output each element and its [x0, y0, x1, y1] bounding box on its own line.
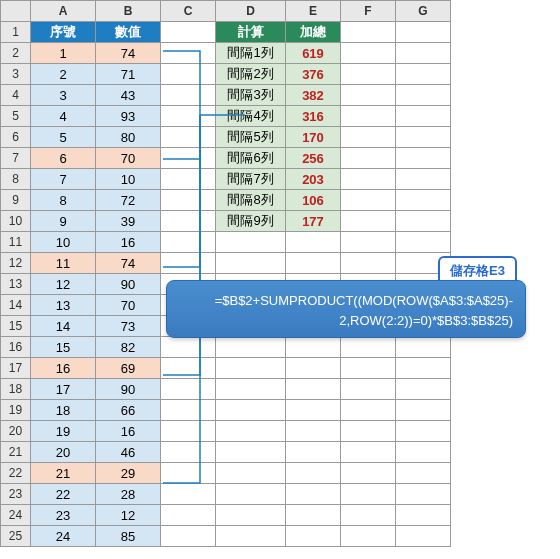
row-header[interactable]: 7 — [1, 148, 31, 169]
cell[interactable]: 12 — [31, 274, 96, 295]
cell[interactable] — [396, 400, 451, 421]
cell[interactable]: 計算 — [216, 22, 286, 43]
cell[interactable]: 70 — [96, 148, 161, 169]
cell[interactable]: 22 — [31, 484, 96, 505]
cell[interactable] — [286, 442, 341, 463]
cell[interactable] — [396, 22, 451, 43]
cell[interactable]: 13 — [31, 295, 96, 316]
cell[interactable] — [341, 106, 396, 127]
cell[interactable] — [161, 358, 216, 379]
cell[interactable] — [161, 379, 216, 400]
cell[interactable] — [216, 337, 286, 358]
col-header-E[interactable]: E — [286, 1, 341, 22]
cell[interactable] — [396, 442, 451, 463]
cell[interactable] — [216, 379, 286, 400]
row-header[interactable]: 17 — [1, 358, 31, 379]
cell[interactable] — [396, 463, 451, 484]
cell[interactable]: 加總 — [286, 22, 341, 43]
cell[interactable] — [396, 232, 451, 253]
cell[interactable]: 71 — [96, 64, 161, 85]
cell[interactable]: 10 — [96, 169, 161, 190]
cell[interactable]: 17 — [31, 379, 96, 400]
cell[interactable]: 177 — [286, 211, 341, 232]
cell[interactable] — [396, 169, 451, 190]
cell[interactable] — [161, 421, 216, 442]
cell[interactable] — [216, 232, 286, 253]
row-header[interactable]: 12 — [1, 253, 31, 274]
cell[interactable] — [161, 190, 216, 211]
cell[interactable]: 619 — [286, 43, 341, 64]
cell[interactable]: 382 — [286, 85, 341, 106]
cell[interactable]: 82 — [96, 337, 161, 358]
cell[interactable] — [161, 337, 216, 358]
cell[interactable]: 間隔3列 — [216, 85, 286, 106]
cell[interactable]: 4 — [31, 106, 96, 127]
cell[interactable] — [341, 148, 396, 169]
cell[interactable] — [161, 169, 216, 190]
cell[interactable] — [341, 379, 396, 400]
cell[interactable] — [161, 211, 216, 232]
col-header-F[interactable]: F — [341, 1, 396, 22]
cell[interactable] — [161, 253, 216, 274]
col-header-B[interactable]: B — [96, 1, 161, 22]
cell[interactable]: 80 — [96, 127, 161, 148]
row-header[interactable]: 3 — [1, 64, 31, 85]
cell[interactable]: 10 — [31, 232, 96, 253]
cell[interactable]: 70 — [96, 295, 161, 316]
cell[interactable] — [396, 190, 451, 211]
row-header[interactable]: 18 — [1, 379, 31, 400]
cell[interactable] — [341, 442, 396, 463]
cell[interactable] — [161, 484, 216, 505]
cell[interactable]: 7 — [31, 169, 96, 190]
cell[interactable] — [341, 484, 396, 505]
cell[interactable] — [396, 505, 451, 526]
cell[interactable] — [396, 358, 451, 379]
cell[interactable] — [396, 43, 451, 64]
cell[interactable]: 73 — [96, 316, 161, 337]
cell[interactable] — [341, 253, 396, 274]
spreadsheet-grid[interactable]: A B C D E F G 1序號數值計算加總2174間隔1列6193271間隔… — [0, 0, 451, 547]
row-header[interactable]: 25 — [1, 526, 31, 547]
cell[interactable] — [161, 442, 216, 463]
cell[interactable] — [396, 64, 451, 85]
cell[interactable] — [161, 43, 216, 64]
cell[interactable]: 376 — [286, 64, 341, 85]
cell[interactable] — [396, 148, 451, 169]
cell[interactable]: 1 — [31, 43, 96, 64]
cell[interactable]: 21 — [31, 463, 96, 484]
cell[interactable]: 序號 — [31, 22, 96, 43]
cell[interactable]: 間隔7列 — [216, 169, 286, 190]
col-header-C[interactable]: C — [161, 1, 216, 22]
cell[interactable] — [396, 337, 451, 358]
row-header[interactable]: 21 — [1, 442, 31, 463]
cell[interactable]: 170 — [286, 127, 341, 148]
cell[interactable] — [161, 232, 216, 253]
cell[interactable]: 66 — [96, 400, 161, 421]
cell[interactable] — [286, 379, 341, 400]
cell[interactable] — [286, 400, 341, 421]
cell[interactable] — [216, 421, 286, 442]
col-header-D[interactable]: D — [216, 1, 286, 22]
cell[interactable] — [341, 505, 396, 526]
cell[interactable] — [341, 169, 396, 190]
cell[interactable]: 106 — [286, 190, 341, 211]
cell[interactable] — [216, 253, 286, 274]
cell[interactable]: 19 — [31, 421, 96, 442]
cell[interactable]: 間隔8列 — [216, 190, 286, 211]
cell[interactable]: 24 — [31, 526, 96, 547]
cell[interactable]: 39 — [96, 211, 161, 232]
cell[interactable] — [341, 400, 396, 421]
cell[interactable]: 72 — [96, 190, 161, 211]
cell[interactable] — [286, 526, 341, 547]
row-header[interactable]: 20 — [1, 421, 31, 442]
cell[interactable]: 69 — [96, 358, 161, 379]
cell[interactable] — [396, 526, 451, 547]
cell[interactable]: 28 — [96, 484, 161, 505]
cell[interactable]: 間隔4列 — [216, 106, 286, 127]
row-header[interactable]: 22 — [1, 463, 31, 484]
cell[interactable] — [396, 484, 451, 505]
corner-cell[interactable] — [1, 1, 31, 22]
cell[interactable] — [396, 211, 451, 232]
cell[interactable] — [161, 148, 216, 169]
cell[interactable] — [341, 358, 396, 379]
